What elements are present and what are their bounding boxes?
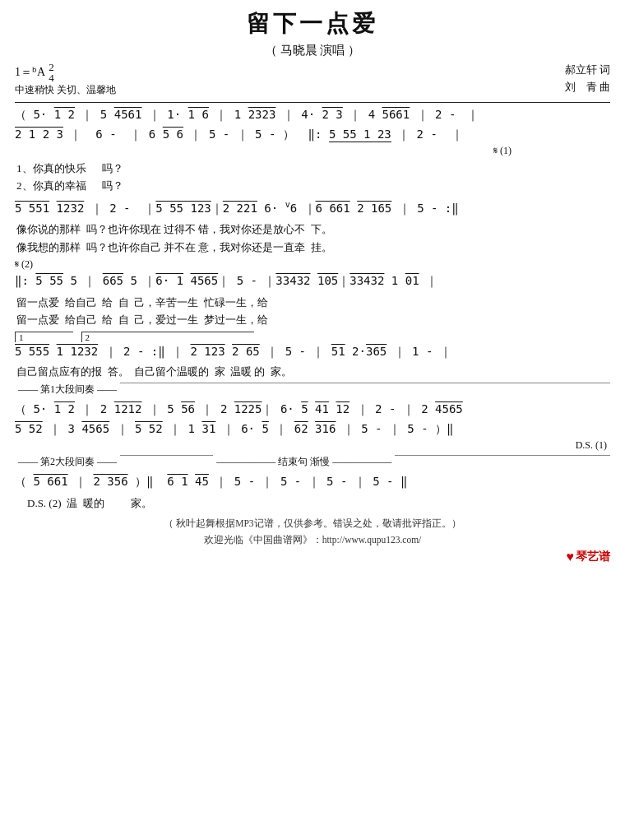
- key-time: 1＝ᵇA 2 4: [15, 62, 116, 83]
- lyrics-2b: 像我想的那样 吗？也许你自己 并不在 意，我对你还是一直牵 挂。: [15, 239, 610, 256]
- interlude2-group: （ 5 661 ｜ 2 356 ）‖ 6 1 45 ｜ 5 - ｜ 5 - ｜ …: [15, 472, 610, 492]
- song-subtitle: （ 马晓晨 演唱 ）: [15, 43, 610, 58]
- key-label: 1＝ᵇA: [15, 65, 45, 80]
- music-line-8: （ 5 661 ｜ 2 356 ）‖ 6 1 45 ｜ 5 - ｜ 5 - ｜ …: [15, 472, 610, 492]
- section-label-2a-text: —— 第2大段间奏 ——: [15, 455, 120, 469]
- interlude1-group: （ 5· 1 2 ｜ 2 1212 ｜ 5 56 ｜ 2 1225｜ 6· 5 …: [15, 400, 610, 452]
- section-label-1: —— 第1大段间奏 ——: [15, 383, 610, 397]
- music-section: （ 5· 1 2 ｜ 5 4561 ｜ 1· 1 6 ｜ 1 2323 ｜ 4·…: [15, 102, 610, 511]
- volta-1: 1: [15, 332, 73, 342]
- lyrics-group-4: 自己留点应有的报 答。 自己留个温暖的 家 温暖 的 家。: [15, 364, 610, 380]
- music-line-1: （ 5· 1 2 ｜ 5 4561 ｜ 1· 1 6 ｜ 1 2323 ｜ 4·…: [15, 105, 610, 125]
- music-line-5: 5 555 1 1232 ｜ 2 - :‖ ｜ 2 123 2 65 ｜ 5 -…: [15, 342, 610, 362]
- logo-area: ♥ 琴艺谱: [15, 550, 610, 564]
- footer: （ 秋叶起舞根据MP3记谱，仅供参考。错误之处，敬请批评指正。） 欢迎光临《中国…: [15, 516, 610, 548]
- segno-marker-2: 𝄋 (2): [15, 258, 610, 271]
- lyricist: 郝立轩 词: [565, 62, 610, 79]
- coda-lyric-line: D.S. (2) 温 暖的 家。: [15, 495, 610, 512]
- volta-2: 2: [81, 332, 255, 342]
- song-title: 留下一点爱: [15, 8, 610, 39]
- lyrics-group-2: 像你说的那样 吗？也许你现在 过得不 错，我对你还是放心不 下。 像我想的那样 …: [15, 221, 610, 255]
- ds-mark-1: D.S. (1): [15, 439, 610, 452]
- footer-welcome: 欢迎光临《中国曲谱网》：http://www.qupu123.com/: [15, 532, 610, 549]
- logo-box: ♥ 琴艺谱: [567, 550, 611, 564]
- coda-lyrics: D.S. (2) 温 暖的 家。: [15, 495, 610, 512]
- tempo-marking: 中速稍快 关切、温馨地: [15, 83, 116, 97]
- lyrics-3a: 留一点爱 给自己 给 自 己，辛苦一生 忙碌一生，给: [15, 295, 610, 311]
- lyrics-1a: 1、你真的快乐 吗？: [15, 160, 610, 177]
- time-signature: 2 4: [49, 62, 54, 83]
- music-line-4: ‖: 5 55 5 ｜ 665 5 ｜6· 1 4565｜ 5 - ｜33432…: [15, 271, 610, 291]
- section-label-2b-text: —————— 结束句 渐慢 ——————: [213, 455, 395, 469]
- music-group-2: 5 551 1232 ｜ 2 - ｜5 55 123｜2 221 6· v6 ｜…: [15, 197, 610, 218]
- time-bottom: 4: [49, 72, 54, 83]
- intro-line: （ 5· 1 2 ｜ 5 4561 ｜ 1· 1 6 ｜ 1 2323 ｜ 4·…: [15, 105, 610, 157]
- footer-note: （ 秋叶起舞根据MP3记谱，仅供参考。错误之处，敬请批评指正。）: [15, 516, 610, 532]
- music-line-6: （ 5· 1 2 ｜ 2 1212 ｜ 5 56 ｜ 2 1225｜ 6· 5 …: [15, 400, 610, 420]
- lyrics-4a: 自己留点应有的报 答。 自己留个温暖的 家 温暖 的 家。: [15, 364, 610, 380]
- segno2-area: 𝄋 (2) ‖: 5 55 5 ｜ 665 5 ｜6· 1 4565｜ 5 - …: [15, 258, 610, 291]
- lyrics-1b: 2、你真的幸福 吗？: [15, 178, 610, 194]
- lyrics-2a: 像你说的那样 吗？也许你现在 过得不 错，我对你还是放心不 下。: [15, 221, 610, 238]
- segno-1-area: 𝄋 (1): [15, 145, 610, 157]
- segno-marker-1: 𝄋 (1): [493, 145, 512, 157]
- section-label-1-text: —— 第1大段间奏 ——: [15, 383, 120, 397]
- section-label-2b: —————— 结束句 渐慢 ——————: [213, 455, 610, 470]
- logo-heart-icon: ♥: [567, 550, 575, 564]
- composer: 刘 青 曲: [565, 79, 610, 96]
- volta-brackets: 1 2: [15, 332, 610, 342]
- logo-text: 琴艺谱: [576, 550, 610, 564]
- music-line-7: 5 52 ｜ 3 4565 ｜ 5 52 ｜ 1 31 ｜ 6· 5 ｜ 62 …: [15, 420, 610, 439]
- section-labels-row: —— 第2大段间奏 —— —————— 结束句 渐慢 ——————: [15, 455, 610, 470]
- author-area: 郝立轩 词 刘 青 曲: [565, 62, 610, 96]
- music-line-3: 5 551 1232 ｜ 2 - ｜5 55 123｜2 221 6· v6 ｜…: [15, 197, 610, 218]
- header-row: 1＝ᵇA 2 4 中速稍快 关切、温馨地 郝立轩 词 刘 青 曲: [15, 62, 610, 100]
- page-container: 留下一点爱 （ 马晓晨 演唱 ） 1＝ᵇA 2 4 中速稍快 关切、温馨地 郝立…: [15, 8, 610, 564]
- section-label-2a: —— 第2大段间奏 ——: [15, 455, 213, 470]
- volta-section: 1 2 5 555 1 1232 ｜ 2 - :‖ ｜ 2 123 2 65 ｜…: [15, 332, 610, 362]
- lyrics-group-1: 1、你真的快乐 吗？ 2、你真的幸福 吗？: [15, 160, 610, 194]
- lyrics-3b: 留一点爱 给自己 给 自 己，爱过一生 梦过一生，给: [15, 312, 610, 328]
- music-line-2: 2 1 2 3 ｜ 6 - ｜ 6 5 6 ｜ 5 - ｜ 5 - ） ‖: 5…: [15, 125, 610, 145]
- key-time-area: 1＝ᵇA 2 4 中速稍快 关切、温馨地: [15, 62, 116, 100]
- lyrics-group-3: 留一点爱 给自己 给 自 己，辛苦一生 忙碌一生，给 留一点爱 给自己 给 自 …: [15, 295, 610, 328]
